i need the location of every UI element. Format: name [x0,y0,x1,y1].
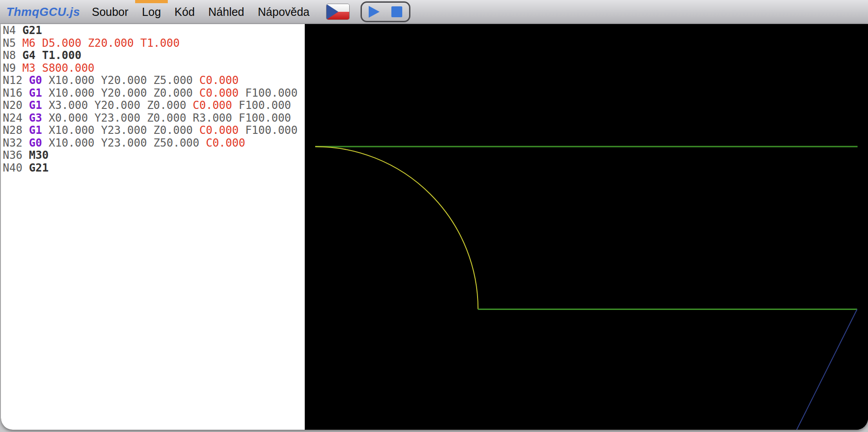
play-icon [369,6,380,18]
toolpath-svg [305,24,868,430]
log-line: N28 G1 X10.000 Y23.000 Z0.000 C0.000 F10… [3,124,305,137]
menu-items: SouborLogKódNáhledNápověda [85,0,316,24]
log-line: N8 G4 T1.000 [3,49,305,62]
log-line: N5 M6 D5.000 Z20.000 T1.000 [3,37,305,50]
log-line: N24 G3 X0.000 Y23.000 Z0.000 R3.000 F100… [3,112,305,125]
toolpath-segment-rapid-line [797,309,857,430]
playback-controls [361,1,410,22]
main-window: N4 G21N5 M6 D5.000 Z20.000 T1.000N8 G4 T… [1,24,868,430]
menu-item-log[interactable]: Log [135,0,168,24]
menubar: ThmqGCU.js SouborLogKódNáhledNápověda [0,0,868,24]
toolpath-preview-canvas[interactable] [305,24,868,430]
stop-icon [391,6,402,17]
log-line: N20 G1 X3.000 Y20.000 Z0.000 C0.000 F100… [3,99,305,112]
gcode-log-panel[interactable]: N4 G21N5 M6 D5.000 Z20.000 T1.000N8 G4 T… [1,24,305,430]
flag-blue-triangle [327,4,338,20]
czech-flag-icon[interactable] [327,4,349,20]
log-line: N4 G21 [3,25,305,37]
menu-item-soubor[interactable]: Soubor [85,0,135,24]
log-line: N32 G0 X10.000 Y23.000 Z50.000 C0.000 [3,137,305,150]
log-line: N36 M30 [3,149,305,162]
app-title: ThmqGCU.js [6,5,80,19]
log-line: N16 G1 X10.000 Y20.000 Z0.000 C0.000 F10… [3,87,305,100]
menu-item-nhled[interactable]: Náhled [201,0,251,24]
stop-button[interactable] [391,6,402,17]
log-line: N9 M3 S800.000 [3,62,305,75]
menu-item-npovda[interactable]: Nápověda [251,0,317,24]
play-button[interactable] [369,6,380,18]
log-line: N12 G0 X10.000 Y20.000 Z5.000 C0.000 [3,74,305,87]
log-line: N40 G21 [3,162,305,175]
menu-item-kd[interactable]: Kód [168,0,201,24]
toolpath-segment-arc-ccw [315,147,478,309]
